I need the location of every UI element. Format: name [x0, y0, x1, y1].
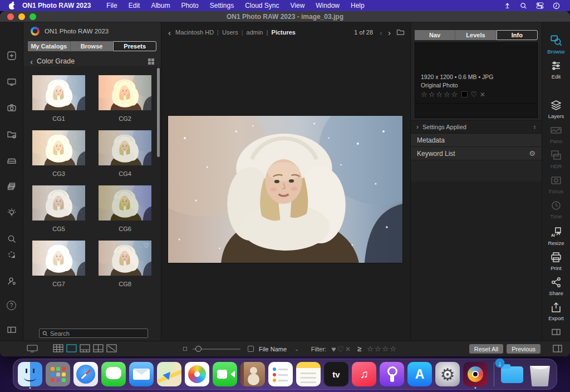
- module-export[interactable]: Export: [548, 301, 563, 321]
- metadata-section-header[interactable]: Metadata: [411, 134, 542, 147]
- preset-CG1[interactable]: ♡ CG1: [32, 75, 85, 122]
- menu-6[interactable]: View: [285, 2, 311, 9]
- menu-5[interactable]: Cloud Sync: [239, 2, 284, 9]
- dock-messages-icon[interactable]: [101, 360, 126, 388]
- airdrop-icon[interactable]: [504, 2, 511, 9]
- module-edit[interactable]: Edit: [550, 60, 562, 80]
- menu-1[interactable]: Edit: [123, 2, 146, 9]
- menu-7[interactable]: Window: [310, 2, 345, 9]
- preset-CG2[interactable]: ♡ CG2: [99, 75, 151, 122]
- preset-CG4[interactable]: ♡ CG4: [99, 130, 151, 178]
- module-pano[interactable]: Pano: [550, 124, 562, 144]
- clock-icon[interactable]: [553, 2, 560, 9]
- module-layers[interactable]: Layers: [548, 99, 564, 119]
- account-icon[interactable]: [5, 275, 18, 288]
- dock-appstore-icon[interactable]: A: [407, 360, 433, 388]
- menu-3[interactable]: Photo: [175, 2, 204, 9]
- crumb-2[interactable]: admin: [238, 29, 263, 36]
- chevron-back-icon[interactable]: ‹: [30, 57, 33, 66]
- rating-stars[interactable]: ☆☆☆☆☆: [421, 90, 459, 99]
- settings-applied-row[interactable]: › Settings Applied ▲▼: [411, 120, 542, 134]
- grid-view-icon[interactable]: [148, 58, 154, 65]
- preset-CG7[interactable]: ♡ CG7: [32, 241, 85, 288]
- dock-mail-icon[interactable]: [129, 360, 154, 388]
- add-album-icon[interactable]: [5, 49, 18, 62]
- module-browse[interactable]: Browse: [547, 33, 565, 55]
- preset-CG5[interactable]: ♡ CG5: [32, 185, 85, 233]
- panel-toggle-right-icon[interactable]: [551, 326, 562, 337]
- dock-notes-icon[interactable]: [296, 360, 321, 388]
- viewer-monitor-icon[interactable]: [27, 344, 38, 354]
- dock-reminders-icon[interactable]: [268, 360, 293, 388]
- dock-safari-icon[interactable]: [73, 360, 99, 388]
- cloud-folder-icon[interactable]: [5, 128, 18, 141]
- sync-status-icon[interactable]: [5, 248, 18, 262]
- module-time[interactable]: Time: [550, 199, 562, 219]
- dock-maps-icon[interactable]: [156, 360, 182, 388]
- dock-tv-icon[interactable]: tv: [323, 360, 349, 388]
- preset-search-input[interactable]: [50, 330, 145, 337]
- presets-scrollbar[interactable]: [157, 68, 160, 157]
- monitor-icon[interactable]: [5, 75, 18, 89]
- main-photo[interactable]: [168, 116, 402, 263]
- zoom-slider-knob[interactable]: [195, 346, 202, 352]
- filter-clear-icon[interactable]: ✕: [345, 345, 351, 353]
- zoom-window-button[interactable]: [30, 13, 36, 20]
- dock-trash-icon[interactable]: [527, 360, 553, 388]
- tab-Levels[interactable]: Levels: [455, 30, 496, 40]
- dock-downloads-icon[interactable]: ↓: [499, 360, 525, 388]
- menu-2[interactable]: Album: [145, 2, 175, 9]
- preset-CG6[interactable]: ♡ CG6: [99, 185, 151, 233]
- module-print[interactable]: Print: [550, 251, 562, 271]
- crumb-0[interactable]: Macintosh HD: [175, 29, 214, 36]
- close-window-button[interactable]: [7, 13, 14, 20]
- sort-chevron-icon[interactable]: ⌄: [294, 346, 299, 352]
- settings-stepper-icon[interactable]: ▲▼: [533, 125, 536, 129]
- filter-gte-icon[interactable]: ≥: [357, 345, 361, 353]
- dock-podcasts-icon[interactable]: [379, 360, 405, 388]
- menu-8[interactable]: Help: [345, 2, 370, 9]
- minimize-window-button[interactable]: [18, 13, 25, 20]
- panel-toggle-left-icon[interactable]: [5, 323, 18, 336]
- menu-0[interactable]: File: [101, 2, 122, 9]
- dock-photos-icon[interactable]: [184, 360, 210, 388]
- sort-checkbox[interactable]: [248, 346, 254, 352]
- favorite-heart-icon[interactable]: ♡: [143, 242, 149, 249]
- help-icon[interactable]: ?: [7, 301, 16, 310]
- like-icon[interactable]: ♡: [470, 90, 477, 99]
- reset-all-button[interactable]: Reset All: [469, 344, 503, 354]
- previous-photo-icon[interactable]: ‹: [380, 28, 382, 37]
- menubar-app-name[interactable]: ON1 Photo RAW 2023: [22, 2, 91, 9]
- dock-settings-icon[interactable]: ⚙: [435, 360, 460, 388]
- detail-view-mode-icon[interactable]: [66, 344, 77, 354]
- tab-Nav[interactable]: Nav: [415, 30, 455, 40]
- dock-contacts-icon[interactable]: [240, 360, 266, 388]
- previous-button[interactable]: Previous: [507, 344, 540, 354]
- gear-icon[interactable]: ⚙: [529, 149, 535, 158]
- menu-4[interactable]: Settings: [204, 2, 239, 9]
- tab-My Catalogs[interactable]: My Catalogs: [28, 41, 71, 51]
- control-center-icon[interactable]: [536, 2, 544, 9]
- tab-Presets[interactable]: Presets: [113, 41, 156, 51]
- map-view-mode-icon[interactable]: [106, 344, 117, 354]
- module-resize[interactable]: AI Resize: [548, 226, 564, 246]
- compare-view-mode-icon[interactable]: [92, 344, 104, 354]
- filter-heart-outline-icon[interactable]: ♡: [337, 345, 344, 354]
- local-drive-icon[interactable]: [5, 154, 18, 167]
- disclosure-chevron-icon[interactable]: ›: [416, 123, 419, 131]
- folder-icon[interactable]: [396, 28, 405, 37]
- dock-launchpad-icon[interactable]: [45, 360, 71, 388]
- keyword-list-section-header[interactable]: Keyword List ⚙: [411, 147, 542, 160]
- tab-Browse[interactable]: Browse: [71, 41, 114, 51]
- duplicates-icon[interactable]: [5, 180, 18, 193]
- module-hdr[interactable]: HDR: [550, 149, 562, 169]
- dock-music-icon[interactable]: ♫: [351, 360, 377, 388]
- grid-view-mode-icon[interactable]: [52, 344, 64, 354]
- apple-menu-icon[interactable]: [8, 2, 16, 9]
- tab-Info[interactable]: Info: [497, 30, 538, 40]
- preset-CG8[interactable]: ♡ CG8: [99, 241, 151, 288]
- preset-CG3[interactable]: ♡ CG3: [32, 130, 85, 178]
- crumb-3[interactable]: Pictures: [263, 29, 296, 36]
- color-label-swatch[interactable]: [461, 91, 468, 97]
- filmstrip-view-mode-icon[interactable]: [79, 344, 91, 354]
